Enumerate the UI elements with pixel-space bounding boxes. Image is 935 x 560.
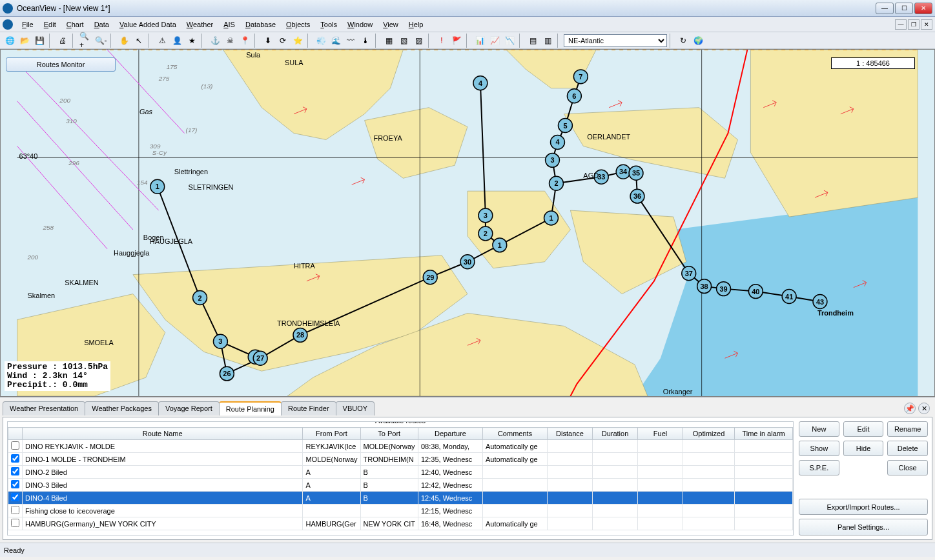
save-icon[interactable]: 💾 — [32, 34, 46, 48]
anchor-icon[interactable]: ⚓ — [208, 34, 222, 48]
marker-icon[interactable]: 📍 — [238, 34, 252, 48]
globe-icon[interactable]: 🌐 — [3, 34, 17, 48]
hand-icon[interactable]: ✋ — [117, 34, 131, 48]
layer3-icon[interactable]: ▨ — [411, 34, 426, 48]
menu-objects[interactable]: Objects — [281, 19, 315, 30]
hide-button[interactable]: Hide — [843, 441, 884, 456]
current-icon[interactable]: 〰 — [344, 34, 358, 48]
zoom-out-icon[interactable]: 🔍- — [94, 34, 108, 48]
menu-chart[interactable]: Chart — [61, 19, 89, 30]
arrow-icon[interactable]: ↖ — [132, 34, 146, 48]
map-area[interactable]: 1234262728293012312345674333435363738394… — [0, 49, 935, 397]
tab-vbuoy[interactable]: VBUOY — [336, 401, 375, 415]
panel-settings-button[interactable]: Panel Settings... — [799, 519, 928, 535]
col-departure[interactable]: Departure — [418, 428, 483, 440]
svg-text:43: 43 — [816, 298, 824, 306]
table-row[interactable]: DINO-3 BiledAB12:42, Wednesc — [8, 479, 793, 492]
menu-data[interactable]: Data — [89, 19, 114, 30]
col-route-name[interactable]: Route Name — [23, 428, 303, 440]
menu-value-added-data[interactable]: Value Added Data — [114, 19, 181, 30]
col-to-port[interactable]: To Port — [360, 428, 418, 440]
table-row[interactable]: Fishing close to icecoverage12:15, Wedne… — [8, 505, 793, 517]
route-checkbox[interactable] — [11, 467, 19, 475]
table-row[interactable]: DINO-2 BiledAB12:40, Wednesc — [8, 466, 793, 479]
mdi-minimize[interactable]: — — [895, 19, 907, 30]
temp-icon[interactable]: 🌡 — [358, 34, 373, 48]
menu-view[interactable]: View — [378, 19, 404, 30]
col-time-in-alarm[interactable]: Time in alarm — [735, 428, 793, 440]
menu-window[interactable]: Window — [342, 19, 378, 30]
close-panel-button[interactable]: Close — [887, 460, 928, 475]
spe-button[interactable]: S.P.E. — [799, 460, 839, 475]
new-button[interactable]: New — [799, 421, 839, 437]
route-checkbox[interactable] — [11, 519, 19, 527]
tab-weather-presentation[interactable]: Weather Presentation — [3, 401, 85, 415]
mdi-restore[interactable]: ❐ — [908, 19, 920, 30]
refresh2-icon[interactable]: ↻ — [676, 34, 690, 48]
table-row[interactable]: DINO-1 MOLDE - TRONDHEIMMOLDE(NorwayTRON… — [8, 453, 793, 466]
route-checkbox[interactable] — [11, 441, 19, 450]
menu-tools[interactable]: Tools — [315, 19, 342, 30]
grid1-icon[interactable]: ▤ — [526, 34, 540, 48]
chart1-icon[interactable]: 📊 — [473, 34, 487, 48]
route-checkbox[interactable] — [11, 454, 19, 463]
route-checkbox[interactable] — [11, 493, 19, 501]
chart3-icon[interactable]: 📉 — [502, 34, 517, 48]
person-icon[interactable]: 👤 — [170, 34, 184, 48]
tab-route-finder[interactable]: Route Finder — [281, 401, 336, 415]
routes-monitor-button[interactable]: Routes Monitor — [6, 57, 116, 72]
layer2-icon[interactable]: ▧ — [396, 34, 411, 48]
minimize-button[interactable]: — — [876, 3, 894, 14]
panel-close-icon[interactable]: ✕ — [918, 403, 930, 414]
rename-button[interactable]: Rename — [887, 421, 928, 437]
tab-weather-packages[interactable]: Weather Packages — [85, 401, 159, 415]
alert-icon[interactable]: ! — [435, 34, 449, 48]
layer1-icon[interactable]: ▦ — [382, 34, 396, 48]
edit-button[interactable]: Edit — [843, 421, 884, 437]
flag-icon[interactable]: 🚩 — [449, 34, 464, 48]
route-checkbox[interactable] — [11, 506, 19, 514]
delete-button[interactable]: Delete — [887, 441, 928, 456]
menu-ais[interactable]: AIS — [218, 19, 240, 30]
tab-voyage-report[interactable]: Voyage Report — [158, 401, 220, 415]
mdi-close[interactable]: ✕ — [921, 19, 932, 30]
chart2-icon[interactable]: 📈 — [488, 34, 502, 48]
zoom-in-icon[interactable]: 🔍+ — [79, 34, 93, 48]
route-checkbox[interactable] — [11, 480, 19, 488]
menu-edit[interactable]: Edit — [39, 19, 61, 30]
menu-weather[interactable]: Weather — [181, 19, 218, 30]
export-import-button[interactable]: Export/Import Routes... — [799, 499, 928, 515]
pin-icon[interactable]: 📌 — [904, 403, 916, 414]
print-icon[interactable]: 🖨 — [56, 34, 70, 48]
show-button[interactable]: Show — [799, 441, 839, 456]
col-fuel[interactable]: Fuel — [638, 428, 683, 440]
col-duration[interactable]: Duration — [593, 428, 638, 440]
tab-route-planning[interactable]: Route Planning — [219, 401, 282, 415]
wave-icon[interactable]: 🌊 — [329, 34, 343, 48]
favorite-icon[interactable]: ⭐ — [291, 34, 305, 48]
svg-text:3: 3 — [484, 212, 488, 219]
table-row[interactable]: DINO REYKJAVIK - MOLDEREYKJAVIK(IceMOLDE… — [8, 440, 793, 453]
wind-icon[interactable]: 💨 — [314, 34, 328, 48]
globe2-icon[interactable]: 🌍 — [691, 34, 705, 48]
open-icon[interactable]: 📂 — [17, 34, 32, 48]
table-row[interactable]: DINO-4 BiledAB12:45, Wednesc — [8, 492, 793, 505]
download-icon[interactable]: ⬇ — [261, 34, 275, 48]
close-button[interactable]: ✕ — [914, 3, 932, 14]
menu-database[interactable]: Database — [240, 19, 281, 30]
grid2-icon[interactable]: ▥ — [540, 34, 555, 48]
col-distance[interactable]: Distance — [548, 428, 593, 440]
skull-icon[interactable]: ☠ — [223, 34, 237, 48]
col-from-port[interactable]: From Port — [303, 428, 360, 440]
table-row[interactable]: HAMBURG(Germany)_NEW YORK CITYHAMBURG(Ge… — [8, 517, 793, 530]
routes-table-scroll[interactable]: Route NameFrom PortTo PortDepartureComme… — [8, 427, 793, 535]
warning-icon[interactable]: ⚠ — [155, 34, 169, 48]
refresh-icon[interactable]: ⟳ — [276, 34, 290, 48]
region-select[interactable]: NE-Atlantic — [564, 34, 667, 47]
star-icon[interactable]: ★ — [185, 34, 199, 48]
col-comments[interactable]: Comments — [483, 428, 548, 440]
maximize-button[interactable]: ☐ — [895, 3, 913, 14]
col-optimized[interactable]: Optimized — [683, 428, 735, 440]
menu-help[interactable]: Help — [404, 19, 429, 30]
menu-file[interactable]: File — [17, 19, 39, 30]
